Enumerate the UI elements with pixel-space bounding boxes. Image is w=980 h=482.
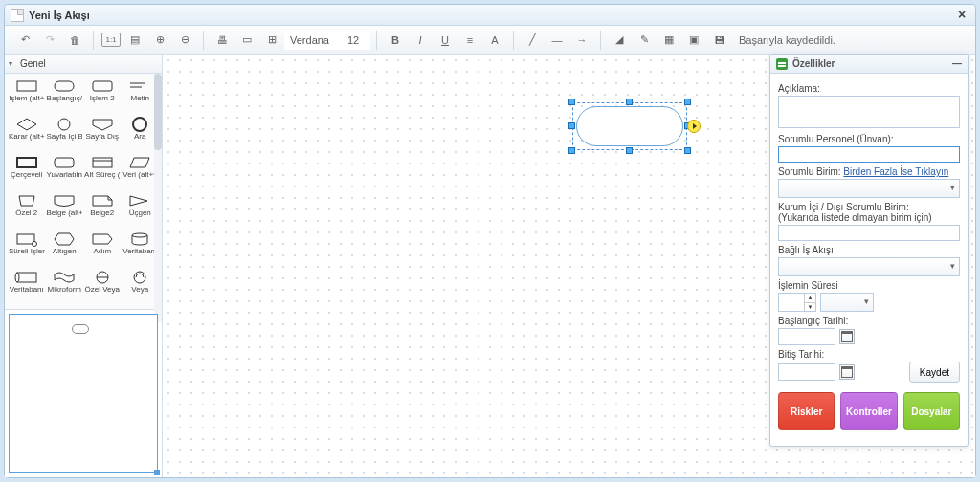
container-button[interactable]: ▣	[683, 30, 704, 51]
resize-handle-sw[interactable]	[568, 147, 575, 154]
resize-handle-w[interactable]	[568, 122, 575, 129]
close-button[interactable]: ×	[954, 8, 969, 23]
svg-marker-19	[55, 233, 74, 245]
bold-button[interactable]: B	[385, 30, 406, 51]
redo-button[interactable]: ↷	[39, 30, 60, 51]
shape-veri-alt-v[interactable]: Veri (alt+v	[122, 154, 159, 190]
dosyalar-button[interactable]: Dosyalar	[903, 392, 960, 430]
label-baslangic: Başlangıç Tarihi:	[778, 316, 960, 326]
svg-rect-17	[17, 234, 34, 244]
svg-marker-20	[93, 234, 112, 244]
shape-mikroform[interactable]: Mikroform	[47, 269, 83, 305]
shape-belge2[interactable]: Belge2	[84, 192, 121, 229]
preview-shape	[72, 324, 89, 334]
selection-outline	[572, 102, 687, 150]
shape-s-reli-ler[interactable]: Süreli İşler	[9, 230, 45, 267]
svg-point-21	[132, 233, 147, 237]
shape--lem-2[interactable]: İşlem 2	[84, 77, 121, 114]
kontroller-button[interactable]: Kontroller	[840, 392, 897, 430]
line-end-button[interactable]: →	[571, 30, 592, 51]
resize-handle-ne[interactable]	[684, 99, 691, 105]
font-color-button[interactable]: A	[484, 30, 505, 51]
baslangic-input[interactable]	[778, 328, 835, 345]
shape-ara[interactable]: Ara	[122, 116, 159, 152]
sorumlu-personel-input[interactable]	[778, 146, 960, 163]
zoom-reset-button[interactable]: 1:1	[101, 33, 121, 47]
shape-ba-lang-[interactable]: Başlangıç/	[47, 77, 83, 114]
sorumlu-birim-select[interactable]	[778, 179, 960, 198]
resize-handle-s[interactable]	[626, 147, 633, 154]
bagli-select[interactable]	[778, 257, 960, 276]
shape-veritaban-[interactable]: Veritabanı	[122, 230, 159, 267]
line-style-button[interactable]: —	[546, 30, 568, 51]
svg-marker-12	[130, 158, 149, 167]
selected-shape[interactable]	[576, 106, 683, 146]
label-sorumlu-personel: Sorumlu Personel (Ünvan):	[778, 134, 960, 144]
sorumlu-birim-link[interactable]: Birden Fazla İse Tıklayın	[843, 166, 948, 177]
shape-karar-alt-[interactable]: Karar (alt+	[9, 116, 45, 152]
sure-spinner[interactable]: ▲▼	[778, 293, 816, 312]
kaydet-button[interactable]: Kaydet	[909, 362, 960, 383]
bitis-cal-icon[interactable]	[839, 364, 855, 380]
category-header[interactable]: Genel	[5, 55, 162, 74]
zoom-out-button[interactable]: ⊖	[174, 30, 195, 51]
svg-marker-13	[19, 196, 34, 206]
aciklama-input[interactable]	[778, 96, 960, 128]
zoom-in-button[interactable]: ⊕	[149, 30, 170, 51]
properties-header[interactable]: Özellikler —	[770, 55, 968, 74]
save-button[interactable]: 💾︎	[708, 30, 729, 51]
label-islem-suresi: İşlemin Süresi	[778, 280, 960, 291]
shape-metin[interactable]: Metin	[122, 77, 159, 114]
sure-unit-select[interactable]	[820, 293, 874, 312]
shadow-button[interactable]: ▦	[658, 30, 679, 51]
svg-rect-1	[55, 81, 74, 91]
preview-viewport[interactable]	[9, 314, 158, 473]
grid-button[interactable]: ⊞	[261, 30, 282, 51]
baslangic-cal-icon[interactable]	[839, 329, 855, 344]
undo-button[interactable]: ↶	[14, 30, 35, 51]
resize-handle-se[interactable]	[684, 147, 691, 154]
line-start-button[interactable]: ╱	[522, 30, 543, 51]
svg-point-6	[58, 119, 70, 130]
shape-sayfa-d-[interactable]: Sayfa Dış	[84, 116, 121, 152]
underline-button[interactable]: U	[434, 30, 456, 51]
svg-marker-5	[17, 119, 36, 130]
fit-page-button[interactable]: ▤	[124, 30, 145, 51]
line-color-button[interactable]: ✎	[634, 30, 655, 51]
svg-rect-8	[17, 158, 36, 167]
align-button[interactable]: ≡	[459, 30, 480, 51]
preview-handle[interactable]	[154, 470, 160, 475]
shape--er-eveli[interactable]: Çerçeveli	[9, 154, 45, 190]
shape-belge-alt-[interactable]: Belge (alt+	[47, 192, 83, 229]
connection-port[interactable]	[687, 120, 701, 133]
shape-alt-gen[interactable]: Altıgen	[47, 230, 83, 267]
delete-button[interactable]: 🗑︎	[64, 30, 85, 51]
shape-yuvarlat-ln[interactable]: Yuvarlatıln	[47, 154, 83, 190]
fill-color-button[interactable]: ◢	[609, 30, 630, 51]
shape-sayfa-i-b[interactable]: Sayfa İçi B	[47, 116, 83, 152]
shape-veritaban-[interactable]: Veritabanı	[9, 269, 45, 305]
shape--zel-veya[interactable]: Özel Veya	[84, 269, 121, 305]
size-combo[interactable]: 12	[342, 31, 370, 50]
print-button[interactable]: 🖶︎	[212, 30, 233, 51]
svg-point-23	[15, 273, 19, 282]
svg-rect-9	[55, 158, 74, 167]
font-combo[interactable]: Verdana	[284, 31, 342, 50]
svg-marker-16	[130, 196, 147, 206]
riskler-button[interactable]: Riskler	[778, 392, 835, 430]
resize-handle-n[interactable]	[626, 99, 633, 105]
shape-alt-s-re-[interactable]: Alt Süreç (	[84, 154, 121, 190]
toolbar: ↶ ↷ 🗑︎ 1:1 ▤ ⊕ ⊖ 🖶︎ ▭ ⊞ Verdana 12 B I U…	[5, 26, 975, 55]
shape--lem-alt-[interactable]: İşlem (alt+	[9, 77, 45, 114]
kurum-ici-input[interactable]	[778, 225, 960, 241]
page-setup-button[interactable]: ▭	[236, 30, 257, 51]
shape--gen[interactable]: Üçgen	[122, 192, 159, 229]
sidebar-scrollbar[interactable]	[154, 74, 162, 322]
bitis-input[interactable]	[778, 363, 835, 381]
resize-handle-nw[interactable]	[568, 99, 575, 105]
italic-button[interactable]: I	[410, 30, 431, 51]
minimize-button[interactable]: —	[952, 58, 962, 69]
shape-veya[interactable]: Veya	[122, 269, 159, 305]
shape--zel-2[interactable]: Özel 2	[9, 192, 45, 229]
shape-ad-m[interactable]: Adım	[84, 230, 121, 267]
